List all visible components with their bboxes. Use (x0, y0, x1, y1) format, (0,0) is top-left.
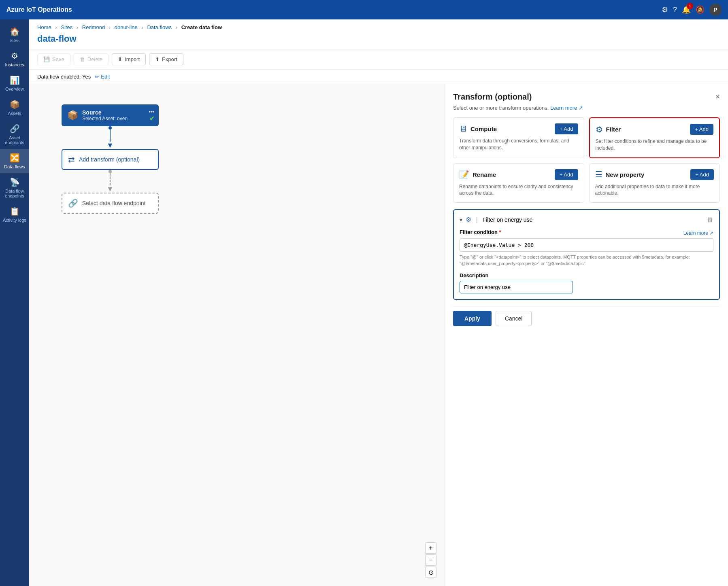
connector-2: ▼ (106, 170, 114, 193)
cancel-button[interactable]: Cancel (496, 311, 532, 326)
flow-area: 📦 Source Selected Asset: oven ••• ✔ ▼ (62, 104, 159, 214)
delete-button[interactable]: 🗑 Delete (74, 53, 109, 65)
panel-header: Transform (optional) × (453, 92, 720, 102)
overview-icon: 📊 (10, 75, 20, 85)
new-property-add-button[interactable]: + Add (690, 169, 714, 180)
panel-learn-more-link[interactable]: Learn more ↗ (550, 105, 583, 111)
sites-icon: 🏠 (10, 27, 20, 36)
filter-title-row: ⚙ Filter (596, 125, 621, 134)
notification-badge: 1 (687, 3, 693, 9)
rename-icon: 📝 (459, 170, 469, 179)
assets-icon: 📦 (10, 100, 20, 109)
new-property-card-header: ☰ New property + Add (595, 169, 714, 180)
breadcrumb-donut-line[interactable]: donut-line (115, 24, 138, 30)
source-node-menu[interactable]: ••• (149, 108, 155, 115)
compute-add-button[interactable]: + Add (555, 123, 578, 134)
filter-learn-more-link[interactable]: Learn more ↗ (683, 230, 713, 236)
notifications-icon[interactable]: 🔔 1 (682, 5, 691, 14)
data-flow-endpoints-icon: 📡 (10, 177, 20, 187)
new-property-card: ☰ New property + Add Add additional prop… (589, 163, 720, 203)
transform-node-icon: ⇄ (68, 155, 75, 164)
source-node[interactable]: 📦 Source Selected Asset: oven ••• ✔ (62, 104, 159, 126)
breadcrumb-sites[interactable]: Sites (61, 24, 72, 30)
import-button[interactable]: ⬇ Import (112, 53, 146, 65)
filter-add-button[interactable]: + Add (690, 124, 713, 135)
activity-logs-icon: 📋 (10, 206, 20, 216)
rename-desc: Rename datapoints to ensure clarity and … (459, 183, 578, 197)
endpoint-node[interactable]: 🔗 Select data flow endpoint (62, 193, 159, 214)
breadcrumb-redmond[interactable]: Redmond (82, 24, 105, 30)
dataflow-bar: Data flow enabled: Yes ✏ Edit (29, 70, 728, 84)
sidebar: 🏠 Sites ⚙ Instances 📊 Overview 📦 Assets … (0, 19, 29, 586)
sidebar-item-label: Instances (5, 62, 24, 67)
sidebar-item-activity-logs[interactable]: 📋 Activity logs (0, 202, 29, 227)
apply-button[interactable]: Apply (453, 311, 492, 326)
new-property-title-row: ☰ New property (595, 170, 645, 179)
required-star: * (499, 229, 501, 235)
learn-more-label: Learn more (550, 105, 577, 111)
panel-close-button[interactable]: × (715, 93, 720, 101)
filter-collapse-button[interactable]: ▾ (460, 217, 462, 223)
page-title: data-flow (29, 32, 728, 49)
sidebar-item-sites[interactable]: 🏠 Sites (0, 23, 29, 47)
breadcrumb-current: Create data flow (181, 24, 222, 30)
rename-title-row: 📝 Rename (459, 170, 496, 179)
avatar[interactable]: P (709, 4, 722, 16)
sidebar-item-data-flows[interactable]: 🔀 Data flows (0, 149, 29, 173)
save-button[interactable]: 💾 Save (37, 53, 70, 65)
filter-description-input[interactable] (460, 281, 573, 293)
instances-icon: ⚙ (11, 51, 18, 61)
connector-dot (109, 126, 112, 130)
top-nav: Azure IoT Operations ⚙ ? 🔔 1 🔕 P (0, 0, 728, 19)
data-flows-icon: 🔀 (10, 153, 20, 163)
import-icon: ⬇ (118, 56, 122, 62)
compute-title-row: 🖥 Compute (459, 124, 497, 134)
transform-node[interactable]: ⇄ Add transform (optional) (62, 149, 159, 170)
breadcrumb: Home › Sites › Redmond › donut-line › Da… (29, 19, 728, 32)
connector-arrow: ▼ (106, 142, 114, 149)
zoom-in-button[interactable]: + (425, 542, 436, 554)
filter-desc: Set filter conditions to refine and mana… (596, 138, 714, 152)
edit-link[interactable]: ✏ Edit (95, 74, 110, 80)
filter-section: ▾ ⚙ | Filter on energy use 🗑 Filter cond… (453, 209, 720, 300)
breadcrumb-data-flows[interactable]: Data flows (147, 24, 172, 30)
sidebar-item-asset-endpoints[interactable]: 🔗 Asset endpoints (0, 120, 29, 149)
filter-condition-input[interactable] (460, 238, 713, 252)
compute-card: 🖥 Compute + Add Transform data through c… (453, 117, 584, 158)
toolbar: 💾 Save 🗑 Delete ⬇ Import ⬆ Export (29, 49, 728, 70)
breadcrumb-home[interactable]: Home (37, 24, 51, 30)
sidebar-item-data-flow-endpoints[interactable]: 📡 Data flow endpoints (0, 173, 29, 202)
filter-delete-button[interactable]: 🗑 (707, 216, 713, 223)
settings-icon[interactable]: ⚙ (662, 5, 668, 14)
import-label: Import (125, 56, 140, 62)
canvas-controls: + − ⊙ (425, 542, 436, 578)
sidebar-item-overview[interactable]: 📊 Overview (0, 71, 29, 96)
endpoint-node-icon: 🔗 (68, 198, 78, 208)
filter-section-left: ▾ ⚙ | Filter on energy use (460, 216, 532, 223)
help-icon[interactable]: ? (673, 6, 677, 14)
app-title: Azure IoT Operations (6, 6, 662, 13)
sidebar-item-label: Asset endpoints (2, 135, 28, 145)
export-button[interactable]: ⬆ Export (149, 53, 183, 65)
panel-actions: Apply Cancel (453, 306, 720, 326)
bell-icon[interactable]: 🔕 (696, 5, 705, 14)
dashed-dot (109, 170, 112, 173)
reset-button[interactable]: ⊙ (425, 567, 436, 578)
source-node-title: Source (82, 109, 128, 116)
rename-title: Rename (473, 171, 496, 178)
filter-card-header: ⚙ Filter + Add (596, 124, 714, 135)
rename-card-header: 📝 Rename + Add (459, 169, 578, 180)
zoom-out-button[interactable]: − (425, 554, 436, 566)
filter-section-icon: ⚙ (466, 216, 471, 223)
rename-add-button[interactable]: + Add (555, 169, 578, 180)
sidebar-item-assets[interactable]: 📦 Assets (0, 96, 29, 120)
compute-desc: Transform data through conversions, form… (459, 138, 578, 151)
compute-title: Compute (470, 125, 497, 132)
transform-panel: Transform (optional) × Select one or mor… (445, 84, 728, 586)
sidebar-item-instances[interactable]: ⚙ Instances (0, 47, 29, 71)
compute-card-header: 🖥 Compute + Add (459, 123, 578, 134)
source-node-icon: 📦 (67, 110, 78, 121)
sidebar-item-label: Sites (10, 38, 19, 43)
rename-card: 📝 Rename + Add Rename datapoints to ensu… (453, 163, 584, 203)
new-property-desc: Add additional properties to data to mak… (595, 183, 714, 197)
